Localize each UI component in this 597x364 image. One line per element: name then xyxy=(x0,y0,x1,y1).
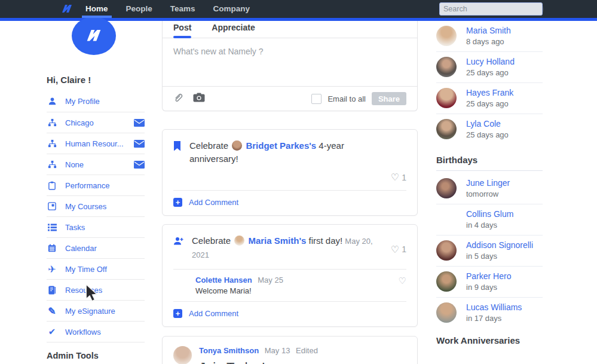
right-sidebar: Maria Smith 8 days ago Lucy Holland 25 d… xyxy=(436,21,543,351)
nav-item-people[interactable]: People xyxy=(126,0,152,18)
post-text-prefix: Celebrate xyxy=(189,140,228,151)
courses-icon xyxy=(47,201,57,211)
person-link[interactable]: Lyla Cole xyxy=(466,119,509,129)
sidebar-item-human-resources[interactable]: Human Resour... xyxy=(47,133,145,154)
avatar xyxy=(436,119,457,139)
person-link[interactable]: Parker Hero xyxy=(466,271,511,281)
post-header: Celebrate Maria Smith's first day! May 2… xyxy=(173,234,406,262)
person-link[interactable]: Lucas Williams xyxy=(466,302,522,312)
person-when: in 4 days xyxy=(466,221,513,230)
envelope-icon[interactable] xyxy=(134,119,145,127)
first-day-post-card: Celebrate Maria Smith's first day! May 2… xyxy=(162,224,418,327)
post-text-suffix: first day! xyxy=(309,235,343,246)
like-row: ♡ 1 xyxy=(173,166,406,190)
birthday-item: Addison Signorelli in 5 days xyxy=(436,235,543,267)
nav-item-company[interactable]: Company xyxy=(213,0,250,18)
nav-item-teams[interactable]: Teams xyxy=(170,0,195,18)
envelope-icon[interactable] xyxy=(134,161,145,169)
namely-logo-icon[interactable] xyxy=(59,2,75,19)
comment-author-link[interactable]: Colette Hansen xyxy=(195,276,252,285)
sidebar-item-label: My eSignature xyxy=(65,307,115,316)
person-link[interactable]: Lucy Holland xyxy=(466,57,515,66)
nav-item-home[interactable]: Home xyxy=(85,0,108,18)
pen-icon: ✎ xyxy=(47,306,57,316)
new-hire-item: Lyla Cole 25 days ago xyxy=(436,114,543,145)
person-when: tomorrow xyxy=(466,189,510,198)
avatar xyxy=(173,276,190,292)
post-text-prefix: Celebrate xyxy=(192,235,231,246)
person-add-icon xyxy=(173,237,183,262)
add-comment-button[interactable]: + Add Comment xyxy=(173,190,406,215)
org-chart-icon xyxy=(47,118,57,127)
post-composer-card: Post Appreciate What's new at Namely ? E… xyxy=(162,18,418,111)
composer-tabs: Post Appreciate xyxy=(163,18,417,38)
composer-footer: Email to all Share xyxy=(163,86,417,111)
composer-actions: Email to all Share xyxy=(311,92,406,105)
new-hire-item: Hayes Frank 25 days ago xyxy=(436,83,543,114)
anniversary-post-card: Celebrate Bridget Parkes's 4-year annive… xyxy=(162,129,418,216)
share-button[interactable]: Share xyxy=(372,92,406,105)
checkmark-icon: ✔ xyxy=(47,327,57,337)
post-header: Celebrate Bridget Parkes's 4-year annive… xyxy=(173,139,406,166)
add-comment-button[interactable]: + Add Comment xyxy=(173,301,406,326)
sidebar-item-tasks[interactable]: Tasks xyxy=(47,216,145,237)
person-when: 25 days ago xyxy=(466,99,513,108)
attach-file-button[interactable] xyxy=(173,93,183,105)
search-box xyxy=(439,2,543,16)
post-author-link[interactable]: Tonya Smithson xyxy=(199,346,259,355)
sidebar-item-label: None xyxy=(65,160,84,169)
email-to-all-label: Email to all xyxy=(327,94,366,103)
heart-icon[interactable]: ♡ xyxy=(391,244,399,255)
person-link[interactable]: Maria Smith's xyxy=(248,235,306,246)
company-logo[interactable] xyxy=(72,17,116,55)
calendar-icon xyxy=(47,243,57,253)
airplane-icon: ✈ xyxy=(47,264,57,274)
post-title: Join Today! xyxy=(199,360,392,364)
person-when: 8 days ago xyxy=(466,37,511,46)
sidebar-item-label: My Time Off xyxy=(65,265,107,274)
tab-post[interactable]: Post xyxy=(173,23,191,38)
sidebar-item-chicago[interactable]: Chicago xyxy=(47,112,145,133)
sidebar-item-my-courses[interactable]: My Courses xyxy=(47,195,145,216)
work-anniversaries-header: Work Anniversaries xyxy=(436,328,543,351)
heart-icon[interactable]: ♡ xyxy=(391,172,399,183)
person-when: in 17 days xyxy=(466,314,522,323)
sidebar-divider xyxy=(47,342,145,342)
admin-tools-header: Admin Tools xyxy=(47,351,99,360)
sidebar-item-my-profile[interactable]: My Profile xyxy=(47,91,145,112)
sidebar-item-none[interactable]: None xyxy=(47,154,145,175)
plus-icon: + xyxy=(173,309,182,318)
avatar xyxy=(436,88,457,108)
sidebar-item-label: Calendar xyxy=(65,244,97,253)
person-link[interactable]: Collins Glum xyxy=(466,209,513,219)
sidebar-item-label: Tasks xyxy=(65,223,85,232)
sidebar-item-my-time-off[interactable]: ✈ My Time Off xyxy=(47,258,145,279)
person-link[interactable]: Hayes Frank xyxy=(466,88,513,97)
tasks-list-icon xyxy=(47,222,57,232)
person-link[interactable]: June Linger xyxy=(466,178,510,188)
camera-button[interactable] xyxy=(193,93,205,105)
envelope-icon[interactable] xyxy=(134,140,145,148)
avatar xyxy=(436,57,457,77)
sidebar-item-label: Chicago xyxy=(65,118,94,127)
org-chart-icon xyxy=(47,160,57,169)
post-input[interactable]: What's new at Namely ? xyxy=(163,38,417,86)
person-link[interactable]: Bridget Parkes's xyxy=(246,140,316,151)
sidebar-item-calendar[interactable]: Calendar xyxy=(47,237,145,258)
like-row: ♡ 1 xyxy=(391,234,406,262)
person-link[interactable]: Addison Signorelli xyxy=(466,240,533,250)
new-hire-item: Lucy Holland 25 days ago xyxy=(436,52,543,83)
person-link[interactable]: Maria Smith xyxy=(466,26,511,35)
add-comment-label: Add Comment xyxy=(189,198,238,207)
person-when: in 9 days xyxy=(466,283,511,292)
email-to-all-checkbox[interactable] xyxy=(311,94,322,104)
avatar xyxy=(436,240,457,261)
search-input[interactable] xyxy=(443,5,540,13)
birthday-item: Collins Glum in 4 days xyxy=(436,204,543,235)
person-when: 25 days ago xyxy=(466,130,509,139)
sidebar-item-workflows[interactable]: ✔ Workflows xyxy=(47,321,145,342)
top-nav: Home People Teams Company ? xyxy=(0,0,597,18)
tab-appreciate[interactable]: Appreciate xyxy=(212,23,255,38)
heart-icon[interactable]: ♡ xyxy=(399,276,406,295)
sidebar-item-performance[interactable]: Performance xyxy=(47,175,145,195)
